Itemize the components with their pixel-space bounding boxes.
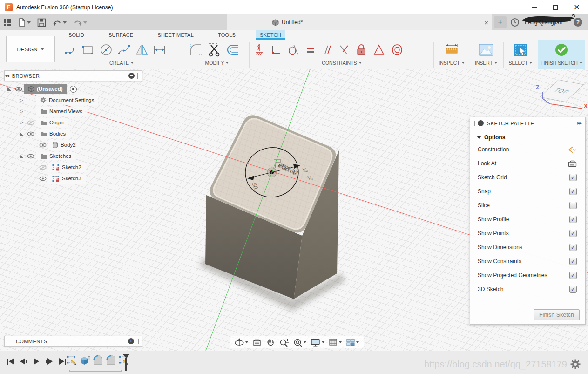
timeline-fillet-feature[interactable] <box>93 355 103 366</box>
option-checkbox[interactable] <box>569 188 577 195</box>
inspect-menu[interactable]: INSPECT <box>435 60 468 66</box>
visibility-eye-off-icon[interactable] <box>27 120 34 125</box>
tree-item-label[interactable]: Named Views <box>36 107 87 116</box>
option-checkbox[interactable] <box>569 174 577 181</box>
add-comment-icon[interactable]: + <box>128 338 134 344</box>
design-workspace-menu[interactable]: DESIGN <box>6 36 55 62</box>
tree-item-label[interactable]: Document Settings <box>36 95 98 105</box>
redo-icon[interactable] <box>72 18 88 27</box>
display-settings-icon[interactable] <box>311 338 324 347</box>
measure-tool-icon[interactable] <box>444 43 460 57</box>
browser-tree-row[interactable]: ▷ <box>5 95 145 106</box>
timeline-go-to-end-button[interactable] <box>57 356 68 367</box>
browser-panel-header[interactable]: ◀◀ BROWSER <box>4 70 142 81</box>
line-tool-icon[interactable] <box>63 43 78 56</box>
help-icon[interactable]: ? <box>574 18 582 27</box>
browser-tree-row[interactable]: ▷ <box>5 173 145 184</box>
expander-expanded-icon[interactable] <box>7 87 12 91</box>
visibility-eye-off-icon[interactable] <box>39 165 47 170</box>
look-at-icon[interactable] <box>252 339 262 346</box>
expander-expanded-icon[interactable] <box>20 132 24 136</box>
fix-lock-constraint-icon[interactable] <box>355 43 367 57</box>
view-cube-top-face[interactable]: TOP <box>540 80 584 102</box>
browser-drag-grip[interactable] <box>137 73 139 79</box>
mirror-tool-icon[interactable] <box>135 43 149 57</box>
options-section-header[interactable]: Options <box>470 129 585 143</box>
tree-item-label[interactable]: Bodies <box>36 129 70 138</box>
comments-drag-grip[interactable] <box>137 339 139 344</box>
insert-menu[interactable]: INSERT <box>470 60 502 66</box>
modify-menu[interactable]: MODIFY <box>186 60 248 66</box>
insert-image-icon[interactable] <box>478 43 494 57</box>
constraints-menu[interactable]: CONSTRAINTS <box>251 60 433 66</box>
visibility-eye-icon[interactable] <box>39 143 47 148</box>
visibility-eye-icon[interactable] <box>27 131 34 136</box>
browser-tree-row[interactable]: ▷ <box>5 106 145 117</box>
timeline-extrude-feature[interactable] <box>80 355 90 366</box>
timeline-step-back-button[interactable] <box>18 356 28 367</box>
browser-tree-row[interactable]: ▷ <box>5 117 145 128</box>
account-menu[interactable]: Feng Qiangjian <box>523 14 572 30</box>
option-checkbox[interactable] <box>569 216 577 223</box>
new-document-tab-button[interactable]: + <box>494 16 507 28</box>
expander-collapsed-icon[interactable]: ▷ <box>20 98 23 102</box>
construction-icon[interactable] <box>568 146 577 153</box>
palette-drag-grip[interactable] <box>473 121 475 126</box>
orbit-icon[interactable] <box>234 338 248 347</box>
save-icon[interactable] <box>36 17 47 28</box>
tree-item-label[interactable]: Origin <box>36 118 68 127</box>
timeline-play-button[interactable] <box>31 356 41 367</box>
fillet-tool-icon[interactable] <box>189 43 204 57</box>
browser-tree-row[interactable]: ▷ <box>5 162 145 173</box>
tree-item-label[interactable]: Sketch2 <box>48 163 86 172</box>
expander-collapsed-icon[interactable]: ▷ <box>20 109 23 114</box>
concentric-constraint-icon[interactable] <box>391 43 404 56</box>
timeline-step-forward-button[interactable] <box>44 356 54 367</box>
tree-item-label[interactable]: (Unsaved) <box>24 84 67 94</box>
equal-constraint-icon[interactable] <box>305 43 316 56</box>
ribbon-tab[interactable]: SKETCH <box>256 30 285 40</box>
ribbon-tab[interactable]: SOLID <box>65 30 88 40</box>
undo-icon[interactable] <box>52 18 68 27</box>
pan-icon[interactable] <box>266 338 275 347</box>
maximize-button[interactable] <box>545 0 566 14</box>
tree-item-label[interactable]: Sketches <box>36 152 75 160</box>
job-status-clock-icon[interactable] <box>510 18 520 27</box>
option-checkbox[interactable] <box>569 272 577 279</box>
browser-tree-row[interactable]: ▷ <box>5 139 145 150</box>
timeline-position-marker[interactable] <box>122 354 130 371</box>
select-menu[interactable]: SELECT <box>504 60 537 66</box>
tangent-constraint-icon[interactable] <box>287 43 299 56</box>
ribbon-tab[interactable]: TOOLS <box>214 30 239 40</box>
document-tab-close-icon[interactable]: × <box>484 19 488 27</box>
trim-tool-icon[interactable] <box>207 42 223 57</box>
browser-minimize-icon[interactable] <box>128 73 135 79</box>
tree-item-label[interactable]: Body2 <box>48 140 80 150</box>
option-checkbox[interactable] <box>569 230 577 237</box>
fit-icon[interactable] <box>293 338 306 347</box>
expander-collapsed-icon[interactable]: ▷ <box>20 120 23 125</box>
finish-sketch-button[interactable]: Finish Sketch <box>534 309 580 320</box>
circle-tool-icon[interactable] <box>98 43 114 57</box>
select-tool-icon[interactable] <box>513 42 528 57</box>
option-checkbox[interactable] <box>569 258 577 265</box>
zoom-icon[interactable] <box>279 338 289 347</box>
visibility-eye-icon[interactable] <box>39 176 47 181</box>
offset-tool-icon[interactable] <box>226 43 242 57</box>
timeline-sketch-feature[interactable] <box>67 355 77 366</box>
app-grid-icon[interactable] <box>3 18 12 27</box>
comments-panel-header[interactable]: COMMENTS + <box>4 336 142 347</box>
look-at-icon[interactable] <box>568 160 577 167</box>
viewport-canvas[interactable]: Ø50.00 Ø50.00 50. 13 25 TOP Z X ◀ <box>0 69 588 351</box>
midpoint-constraint-icon[interactable] <box>373 43 385 56</box>
browser-tree-row[interactable]: ▷ <box>5 150 145 162</box>
view-cube[interactable]: TOP Z X <box>536 74 588 118</box>
document-tab[interactable]: Untitled* × <box>227 14 492 30</box>
rectangle-tool-icon[interactable] <box>81 43 95 56</box>
sketch-dimension-tool-icon[interactable] <box>152 43 167 56</box>
finish-sketch-menu[interactable]: FINISH SKETCH <box>538 60 585 66</box>
file-menu-icon[interactable] <box>17 17 32 28</box>
visibility-eye-icon[interactable] <box>27 154 34 159</box>
activate-component-radio[interactable] <box>70 86 77 93</box>
collapse-browser-icon[interactable]: ◀◀ <box>5 74 9 78</box>
